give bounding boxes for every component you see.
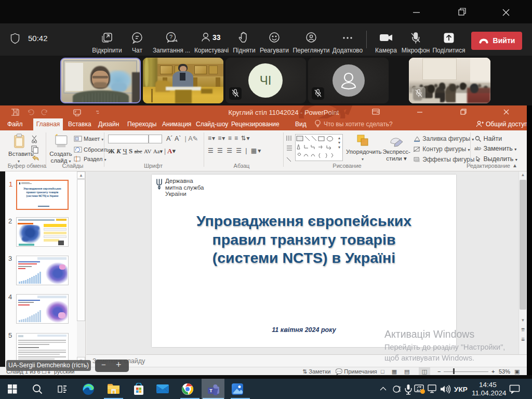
svg-text:?: ? (169, 34, 172, 40)
svg-text:33: 33 (212, 33, 221, 42)
svg-text:T: T (209, 388, 212, 393)
svg-text:ab: ab (474, 146, 480, 151)
